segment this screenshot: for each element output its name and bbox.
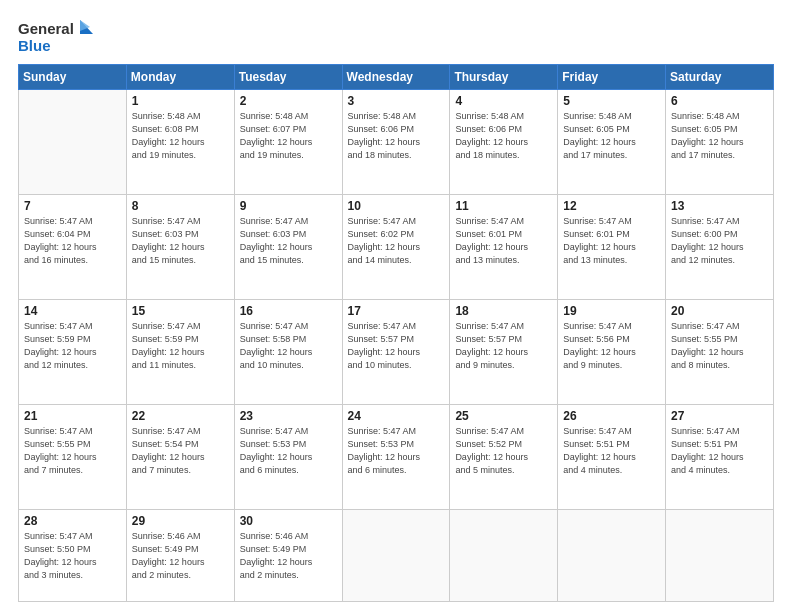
calendar-cell: 17Sunrise: 5:47 AMSunset: 5:57 PMDayligh… bbox=[342, 299, 450, 404]
day-info: Sunrise: 5:46 AMSunset: 5:49 PMDaylight:… bbox=[240, 530, 337, 582]
day-info: Sunrise: 5:48 AMSunset: 6:06 PMDaylight:… bbox=[348, 110, 445, 162]
day-info: Sunrise: 5:47 AMSunset: 5:52 PMDaylight:… bbox=[455, 425, 552, 477]
calendar-cell: 18Sunrise: 5:47 AMSunset: 5:57 PMDayligh… bbox=[450, 299, 558, 404]
week-row-2: 7Sunrise: 5:47 AMSunset: 6:04 PMDaylight… bbox=[19, 194, 774, 299]
weekday-header-thursday: Thursday bbox=[450, 65, 558, 90]
day-info: Sunrise: 5:46 AMSunset: 5:49 PMDaylight:… bbox=[132, 530, 229, 582]
svg-text:General: General bbox=[18, 20, 74, 37]
day-info: Sunrise: 5:47 AMSunset: 5:57 PMDaylight:… bbox=[348, 320, 445, 372]
calendar-cell: 11Sunrise: 5:47 AMSunset: 6:01 PMDayligh… bbox=[450, 194, 558, 299]
weekday-header-saturday: Saturday bbox=[666, 65, 774, 90]
day-number: 24 bbox=[348, 409, 445, 423]
day-info: Sunrise: 5:47 AMSunset: 6:03 PMDaylight:… bbox=[132, 215, 229, 267]
weekday-header-friday: Friday bbox=[558, 65, 666, 90]
calendar-cell: 15Sunrise: 5:47 AMSunset: 5:59 PMDayligh… bbox=[126, 299, 234, 404]
calendar-cell bbox=[666, 509, 774, 601]
logo-svg: GeneralBlue bbox=[18, 18, 93, 56]
day-info: Sunrise: 5:47 AMSunset: 5:51 PMDaylight:… bbox=[671, 425, 768, 477]
weekday-header-row: SundayMondayTuesdayWednesdayThursdayFrid… bbox=[19, 65, 774, 90]
calendar-cell: 24Sunrise: 5:47 AMSunset: 5:53 PMDayligh… bbox=[342, 404, 450, 509]
calendar-cell bbox=[342, 509, 450, 601]
day-number: 28 bbox=[24, 514, 121, 528]
calendar-cell: 26Sunrise: 5:47 AMSunset: 5:51 PMDayligh… bbox=[558, 404, 666, 509]
day-number: 30 bbox=[240, 514, 337, 528]
day-number: 9 bbox=[240, 199, 337, 213]
day-number: 22 bbox=[132, 409, 229, 423]
day-info: Sunrise: 5:47 AMSunset: 6:02 PMDaylight:… bbox=[348, 215, 445, 267]
calendar-cell: 22Sunrise: 5:47 AMSunset: 5:54 PMDayligh… bbox=[126, 404, 234, 509]
day-number: 16 bbox=[240, 304, 337, 318]
day-number: 29 bbox=[132, 514, 229, 528]
day-number: 1 bbox=[132, 94, 229, 108]
day-info: Sunrise: 5:47 AMSunset: 6:04 PMDaylight:… bbox=[24, 215, 121, 267]
week-row-4: 21Sunrise: 5:47 AMSunset: 5:55 PMDayligh… bbox=[19, 404, 774, 509]
day-number: 6 bbox=[671, 94, 768, 108]
calendar-cell: 23Sunrise: 5:47 AMSunset: 5:53 PMDayligh… bbox=[234, 404, 342, 509]
day-number: 25 bbox=[455, 409, 552, 423]
header: GeneralBlue bbox=[18, 18, 774, 56]
calendar-cell bbox=[558, 509, 666, 601]
calendar-cell: 5Sunrise: 5:48 AMSunset: 6:05 PMDaylight… bbox=[558, 90, 666, 195]
day-info: Sunrise: 5:47 AMSunset: 5:51 PMDaylight:… bbox=[563, 425, 660, 477]
calendar-cell: 2Sunrise: 5:48 AMSunset: 6:07 PMDaylight… bbox=[234, 90, 342, 195]
day-info: Sunrise: 5:48 AMSunset: 6:07 PMDaylight:… bbox=[240, 110, 337, 162]
day-info: Sunrise: 5:47 AMSunset: 5:53 PMDaylight:… bbox=[348, 425, 445, 477]
day-number: 21 bbox=[24, 409, 121, 423]
calendar-cell bbox=[450, 509, 558, 601]
day-info: Sunrise: 5:47 AMSunset: 6:00 PMDaylight:… bbox=[671, 215, 768, 267]
week-row-1: 1Sunrise: 5:48 AMSunset: 6:08 PMDaylight… bbox=[19, 90, 774, 195]
calendar-cell: 27Sunrise: 5:47 AMSunset: 5:51 PMDayligh… bbox=[666, 404, 774, 509]
day-info: Sunrise: 5:47 AMSunset: 5:54 PMDaylight:… bbox=[132, 425, 229, 477]
day-number: 20 bbox=[671, 304, 768, 318]
day-info: Sunrise: 5:47 AMSunset: 5:53 PMDaylight:… bbox=[240, 425, 337, 477]
day-number: 8 bbox=[132, 199, 229, 213]
calendar-cell: 13Sunrise: 5:47 AMSunset: 6:00 PMDayligh… bbox=[666, 194, 774, 299]
day-number: 5 bbox=[563, 94, 660, 108]
day-number: 14 bbox=[24, 304, 121, 318]
calendar-cell: 6Sunrise: 5:48 AMSunset: 6:05 PMDaylight… bbox=[666, 90, 774, 195]
day-number: 2 bbox=[240, 94, 337, 108]
day-number: 18 bbox=[455, 304, 552, 318]
calendar-cell: 14Sunrise: 5:47 AMSunset: 5:59 PMDayligh… bbox=[19, 299, 127, 404]
day-info: Sunrise: 5:47 AMSunset: 5:55 PMDaylight:… bbox=[24, 425, 121, 477]
day-number: 19 bbox=[563, 304, 660, 318]
calendar-cell: 20Sunrise: 5:47 AMSunset: 5:55 PMDayligh… bbox=[666, 299, 774, 404]
weekday-header-tuesday: Tuesday bbox=[234, 65, 342, 90]
day-number: 12 bbox=[563, 199, 660, 213]
calendar-cell: 3Sunrise: 5:48 AMSunset: 6:06 PMDaylight… bbox=[342, 90, 450, 195]
day-number: 23 bbox=[240, 409, 337, 423]
day-info: Sunrise: 5:48 AMSunset: 6:08 PMDaylight:… bbox=[132, 110, 229, 162]
page: GeneralBlue SundayMondayTuesdayWednesday… bbox=[0, 0, 792, 612]
logo: GeneralBlue bbox=[18, 18, 93, 56]
day-info: Sunrise: 5:47 AMSunset: 5:57 PMDaylight:… bbox=[455, 320, 552, 372]
calendar-cell: 30Sunrise: 5:46 AMSunset: 5:49 PMDayligh… bbox=[234, 509, 342, 601]
day-info: Sunrise: 5:48 AMSunset: 6:06 PMDaylight:… bbox=[455, 110, 552, 162]
calendar-cell: 10Sunrise: 5:47 AMSunset: 6:02 PMDayligh… bbox=[342, 194, 450, 299]
day-info: Sunrise: 5:47 AMSunset: 6:03 PMDaylight:… bbox=[240, 215, 337, 267]
day-number: 4 bbox=[455, 94, 552, 108]
day-info: Sunrise: 5:48 AMSunset: 6:05 PMDaylight:… bbox=[671, 110, 768, 162]
calendar-cell: 25Sunrise: 5:47 AMSunset: 5:52 PMDayligh… bbox=[450, 404, 558, 509]
week-row-3: 14Sunrise: 5:47 AMSunset: 5:59 PMDayligh… bbox=[19, 299, 774, 404]
calendar-cell: 9Sunrise: 5:47 AMSunset: 6:03 PMDaylight… bbox=[234, 194, 342, 299]
calendar-cell: 21Sunrise: 5:47 AMSunset: 5:55 PMDayligh… bbox=[19, 404, 127, 509]
calendar-cell: 19Sunrise: 5:47 AMSunset: 5:56 PMDayligh… bbox=[558, 299, 666, 404]
day-number: 15 bbox=[132, 304, 229, 318]
week-row-5: 28Sunrise: 5:47 AMSunset: 5:50 PMDayligh… bbox=[19, 509, 774, 601]
calendar-table: SundayMondayTuesdayWednesdayThursdayFrid… bbox=[18, 64, 774, 602]
day-info: Sunrise: 5:47 AMSunset: 6:01 PMDaylight:… bbox=[455, 215, 552, 267]
day-info: Sunrise: 5:48 AMSunset: 6:05 PMDaylight:… bbox=[563, 110, 660, 162]
calendar-cell: 28Sunrise: 5:47 AMSunset: 5:50 PMDayligh… bbox=[19, 509, 127, 601]
day-number: 7 bbox=[24, 199, 121, 213]
calendar-cell: 12Sunrise: 5:47 AMSunset: 6:01 PMDayligh… bbox=[558, 194, 666, 299]
day-info: Sunrise: 5:47 AMSunset: 5:56 PMDaylight:… bbox=[563, 320, 660, 372]
calendar-cell: 4Sunrise: 5:48 AMSunset: 6:06 PMDaylight… bbox=[450, 90, 558, 195]
day-info: Sunrise: 5:47 AMSunset: 5:58 PMDaylight:… bbox=[240, 320, 337, 372]
day-number: 10 bbox=[348, 199, 445, 213]
calendar-cell: 8Sunrise: 5:47 AMSunset: 6:03 PMDaylight… bbox=[126, 194, 234, 299]
day-number: 11 bbox=[455, 199, 552, 213]
day-number: 26 bbox=[563, 409, 660, 423]
day-info: Sunrise: 5:47 AMSunset: 5:55 PMDaylight:… bbox=[671, 320, 768, 372]
day-info: Sunrise: 5:47 AMSunset: 5:59 PMDaylight:… bbox=[24, 320, 121, 372]
day-number: 13 bbox=[671, 199, 768, 213]
